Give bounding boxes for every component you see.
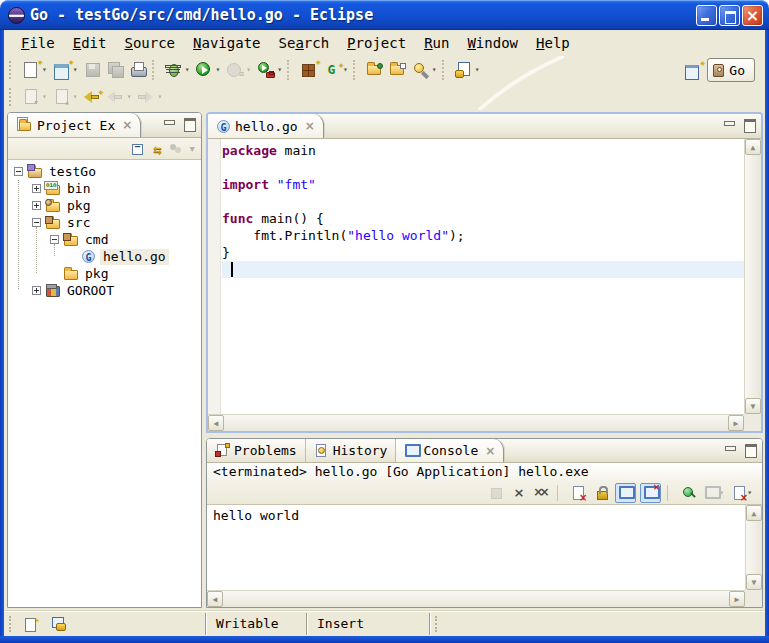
- scroll-left-icon[interactable]: ◀: [207, 591, 223, 607]
- scroll-right-icon[interactable]: ▶: [728, 415, 744, 431]
- close-explorer-icon[interactable]: ×: [122, 119, 132, 131]
- close-button[interactable]: [742, 5, 763, 26]
- menu-window[interactable]: Window: [458, 32, 527, 54]
- editor-maximize-icon[interactable]: [743, 119, 756, 130]
- menu-edit[interactable]: Edit: [64, 32, 116, 54]
- view-menu-icon[interactable]: ▼: [190, 144, 195, 154]
- tree-item-bin[interactable]: 010bin: [32, 180, 93, 197]
- collapse-all-icon[interactable]: [132, 143, 145, 155]
- scroll-down-icon[interactable]: ▼: [746, 574, 762, 590]
- open-resource-button[interactable]: [386, 58, 409, 82]
- debug-button[interactable]: ▾: [162, 58, 193, 82]
- close-editor-tab-icon[interactable]: ×: [305, 120, 315, 132]
- menu-search[interactable]: Search: [270, 32, 339, 54]
- collapse-icon[interactable]: [14, 167, 23, 176]
- new-wizard-button[interactable]: ▾: [19, 58, 50, 82]
- new-go-type-button[interactable]: G▾: [320, 58, 351, 82]
- menu-run[interactable]: Run: [415, 32, 458, 54]
- save-all-button[interactable]: [104, 58, 127, 82]
- show-stderr-button[interactable]: ×: [640, 483, 661, 503]
- open-perspective-icon[interactable]: [684, 62, 701, 79]
- tree-item-pkg[interactable]: pkg: [32, 197, 93, 214]
- console-tab-console[interactable]: Console×: [396, 439, 504, 462]
- close-console-tab-icon[interactable]: ×: [485, 445, 495, 457]
- explorer-maximize-icon[interactable]: [183, 118, 196, 129]
- go-perspective-button[interactable]: Go: [707, 58, 755, 82]
- open-console-button[interactable]: ▾: [730, 483, 754, 503]
- next-annotation-button[interactable]: ▾: [19, 85, 50, 109]
- dropdown-arrow-icon[interactable]: ▾: [157, 92, 162, 101]
- forward-button[interactable]: ▾: [134, 85, 165, 109]
- prev-annotation-button[interactable]: ▾: [50, 85, 81, 109]
- dropdown-arrow-icon[interactable]: ▾: [42, 92, 47, 101]
- remove-all-launches-button[interactable]: [532, 483, 551, 503]
- annotation-ruler[interactable]: [208, 139, 221, 414]
- remove-launch-button[interactable]: ×: [509, 483, 528, 503]
- expand-icon[interactable]: [32, 286, 41, 295]
- new-display-button[interactable]: ▾: [50, 58, 81, 82]
- collapse-icon[interactable]: [50, 235, 59, 244]
- expand-icon[interactable]: [32, 184, 41, 193]
- dropdown-arrow-icon[interactable]: ▾: [127, 92, 132, 101]
- tree-item-hello-go[interactable]: Ghello.go: [68, 248, 169, 265]
- menu-source[interactable]: Source: [115, 32, 184, 54]
- menu-help[interactable]: Help: [527, 32, 579, 54]
- console-maximize-icon[interactable]: [744, 444, 757, 455]
- console-tab-history[interactable]: History: [306, 439, 397, 462]
- expand-icon[interactable]: [32, 201, 41, 210]
- console-horizontal-scrollbar[interactable]: ◀ ▶: [207, 590, 745, 607]
- maximize-button[interactable]: [719, 5, 740, 26]
- console-minimize-icon[interactable]: [724, 444, 737, 455]
- scroll-right-icon[interactable]: ▶: [729, 591, 745, 607]
- pin-console-button[interactable]: [679, 483, 698, 503]
- scroll-down-icon[interactable]: ▼: [745, 398, 761, 414]
- scroll-up-icon[interactable]: ▲: [746, 505, 762, 521]
- dropdown-arrow-icon[interactable]: ▾: [73, 92, 78, 101]
- minimize-button[interactable]: [696, 5, 717, 26]
- console-vertical-scrollbar[interactable]: ▲ ▼: [745, 505, 762, 590]
- menu-navigate[interactable]: Navigate: [184, 32, 269, 54]
- new-package-button[interactable]: [297, 58, 320, 82]
- run-button[interactable]: ▾: [192, 58, 223, 82]
- print-button[interactable]: [127, 58, 150, 82]
- back-button[interactable]: ▾: [104, 85, 135, 109]
- external-tools-button[interactable]: ▾: [254, 58, 285, 82]
- scroll-left-icon[interactable]: ◀: [208, 415, 224, 431]
- dropdown-arrow-icon[interactable]: ▾: [185, 65, 190, 74]
- dropdown-arrow-icon[interactable]: ▾: [246, 65, 251, 74]
- dropdown-arrow-icon[interactable]: ▾: [277, 65, 282, 74]
- clear-console-button[interactable]: [569, 483, 588, 503]
- focus-on-task-icon[interactable]: [170, 144, 182, 154]
- editor-minimize-icon[interactable]: [723, 119, 736, 130]
- show-stdout-button[interactable]: [615, 483, 636, 503]
- scroll-lock-button[interactable]: [592, 483, 611, 503]
- editor-tab-hello-go[interactable]: G hello.go ×: [208, 114, 324, 138]
- search-button[interactable]: ▾: [409, 58, 440, 82]
- editor-horizontal-scrollbar[interactable]: ◀ ▶: [208, 414, 744, 431]
- display-console-button[interactable]: ▾: [702, 483, 726, 503]
- tree-item-pkg[interactable]: pkg: [50, 265, 111, 282]
- tree-item-testgo[interactable]: testGo: [14, 163, 99, 180]
- last-edit-location-button[interactable]: [81, 85, 104, 109]
- trim-stack-icon[interactable]: [50, 617, 65, 631]
- console-tab-problems[interactable]: Problems: [207, 439, 306, 462]
- menu-project[interactable]: Project: [338, 32, 415, 54]
- link-with-editor-icon[interactable]: ⇆: [153, 143, 161, 155]
- menu-file[interactable]: File: [12, 32, 64, 54]
- terminate-button[interactable]: [486, 483, 505, 503]
- open-type-button[interactable]: [363, 58, 386, 82]
- tree-item-goroot[interactable]: GOROOT: [32, 282, 117, 299]
- dropdown-arrow-icon[interactable]: ▾: [432, 65, 437, 74]
- tree-item-cmd[interactable]: cmd: [50, 231, 111, 248]
- fast-view-icon[interactable]: [25, 617, 38, 631]
- console-output-area[interactable]: hello world ▲ ▼ ◀ ▶: [207, 505, 762, 607]
- project-explorer-tab[interactable]: Project Ex ×: [8, 113, 141, 137]
- tree-item-src[interactable]: src: [32, 214, 93, 231]
- collapse-icon[interactable]: [32, 218, 41, 227]
- editor-vertical-scrollbar[interactable]: ▲ ▼: [744, 139, 761, 414]
- code-editor[interactable]: package mainimport "fmt"func main() { fm…: [208, 139, 761, 431]
- run-last-button[interactable]: ▾: [223, 58, 254, 82]
- scroll-up-icon[interactable]: ▲: [745, 139, 761, 155]
- dropdown-arrow-icon[interactable]: ▾: [215, 65, 220, 74]
- save-button[interactable]: [81, 58, 104, 82]
